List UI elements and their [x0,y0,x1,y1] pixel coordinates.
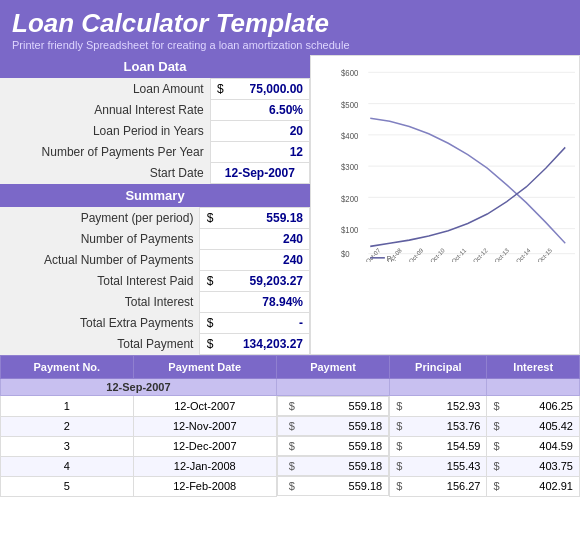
col-payment-no: Payment No. [1,356,134,379]
row-payment: $ 559.18 [277,456,389,476]
table-row: 3 12-Dec-2007 $ 559.18 $ 154.59 $ 404.59 [1,436,580,456]
loan-label: Loan Amount [0,79,210,100]
summary-value: 240 [200,250,310,271]
summary-label: Payment (per period) [0,208,200,229]
summary-header: Summary [0,184,310,207]
loan-data-table: Loan Amount $ 75,000.00 Annual Interest … [0,78,310,184]
row-no: 5 [1,476,134,496]
col-payment-date: Payment Date [133,356,276,379]
svg-text:$400: $400 [341,132,359,141]
svg-text:Oct-14: Oct-14 [515,247,532,262]
svg-text:$500: $500 [341,101,359,110]
summary-value: 78.94% [200,292,310,313]
row-interest: $ 403.75 [487,456,580,476]
col-payment: Payment [276,356,389,379]
row-no: 4 [1,456,134,476]
row-payment: $ 559.18 [277,476,389,496]
row-principal: $ 153.76 [390,416,487,436]
summary-table: Payment (per period) $ 559.18 Number of … [0,207,310,355]
summary-value: 134,203.27 [220,334,310,355]
summary-value: 559.18 [220,208,310,229]
row-payment: $ 559.18 [277,416,389,436]
bottom-section: Payment No. Payment Date Payment Princip… [0,355,580,497]
svg-text:Oct-09: Oct-09 [408,247,425,262]
summary-dollar: $ [200,208,220,229]
summary-dollar: $ [200,271,220,292]
row-principal: $ 152.93 [390,396,487,417]
row-no: 2 [1,416,134,436]
summary-label: Number of Payments [0,229,200,250]
row-principal: $ 156.27 [390,476,487,496]
row-date: 12-Feb-2008 [133,476,276,496]
summary-label: Total Extra Payments [0,313,200,334]
loan-value: 12 [210,142,309,163]
summary-value: 59,203.27 [220,271,310,292]
sub-header-row: 12-Sep-2007 [1,379,580,396]
left-panel: Loan Data Loan Amount $ 75,000.00 Annual… [0,55,310,355]
header: Loan Calculator Template Printer friendl… [0,0,580,55]
svg-text:$300: $300 [341,163,359,172]
svg-text:$200: $200 [341,194,359,203]
loan-value: 20 [210,121,309,142]
sub-header-date: 12-Sep-2007 [1,379,277,396]
row-date: 12-Jan-2008 [133,456,276,476]
summary-dollar: $ [200,313,220,334]
loan-data-header: Loan Data [0,55,310,78]
summary-label: Actual Number of Payments [0,250,200,271]
summary-label: Total Interest Paid [0,271,200,292]
summary-value: - [220,313,310,334]
summary-dollar: $ [200,334,220,355]
row-interest: $ 406.25 [487,396,580,417]
table-row: 5 12-Feb-2008 $ 559.18 $ 156.27 $ 402.91 [1,476,580,496]
svg-text:Oct-13: Oct-13 [494,247,511,262]
summary-label: Total Interest [0,292,200,313]
svg-text:Oct-12: Oct-12 [472,247,489,262]
row-date: 12-Nov-2007 [133,416,276,436]
loan-label: Start Date [0,163,210,184]
svg-text:$0: $0 [341,250,350,259]
loan-label: Loan Period in Years [0,121,210,142]
row-interest: $ 405.42 [487,416,580,436]
page-subtitle: Printer friendly Spreadsheet for creatin… [12,39,568,51]
loan-label: Number of Payments Per Year [0,142,210,163]
summary-value: 240 [200,229,310,250]
loan-value: 12-Sep-2007 [210,163,309,184]
payments-table: Payment No. Payment Date Payment Princip… [0,355,580,497]
loan-value: 75,000.00 [230,79,309,100]
chart-panel: $600 $500 $400 $300 $200 $100 $0 [310,55,580,355]
row-principal: $ 155.43 [390,456,487,476]
svg-text:$100: $100 [341,226,359,235]
svg-text:$600: $600 [341,69,359,78]
loan-label: Annual Interest Rate [0,100,210,121]
col-principal: Principal [390,356,487,379]
loan-dollar: $ [210,79,230,100]
row-interest: $ 404.59 [487,436,580,456]
row-interest: $ 402.91 [487,476,580,496]
summary-label: Total Payment [0,334,200,355]
row-date: 12-Oct-2007 [133,396,276,417]
svg-text:Oct-07: Oct-07 [365,247,382,262]
page-title: Loan Calculator Template [12,8,568,39]
chart-container: $600 $500 $400 $300 $200 $100 $0 [311,56,579,286]
svg-text:Oct-10: Oct-10 [429,247,446,262]
table-row: 2 12-Nov-2007 $ 559.18 $ 153.76 $ 405.42 [1,416,580,436]
table-row: 1 12-Oct-2007 $ 559.18 $ 152.93 $ 406.25 [1,396,580,417]
svg-text:Oct-15: Oct-15 [536,247,553,262]
table-row: 4 12-Jan-2008 $ 559.18 $ 155.43 $ 403.75 [1,456,580,476]
svg-text:Oct-11: Oct-11 [451,247,468,262]
row-principal: $ 154.59 [390,436,487,456]
svg-text:P...: P... [387,255,396,262]
loan-value: 6.50% [210,100,309,121]
main-layout: Loan Data Loan Amount $ 75,000.00 Annual… [0,55,580,355]
row-no: 1 [1,396,134,417]
col-interest: Interest [487,356,580,379]
chart-svg: $600 $500 $400 $300 $200 $100 $0 [341,64,575,262]
row-date: 12-Dec-2007 [133,436,276,456]
row-no: 3 [1,436,134,456]
row-payment: $ 559.18 [277,436,389,456]
row-payment: $ 559.18 [277,396,389,416]
